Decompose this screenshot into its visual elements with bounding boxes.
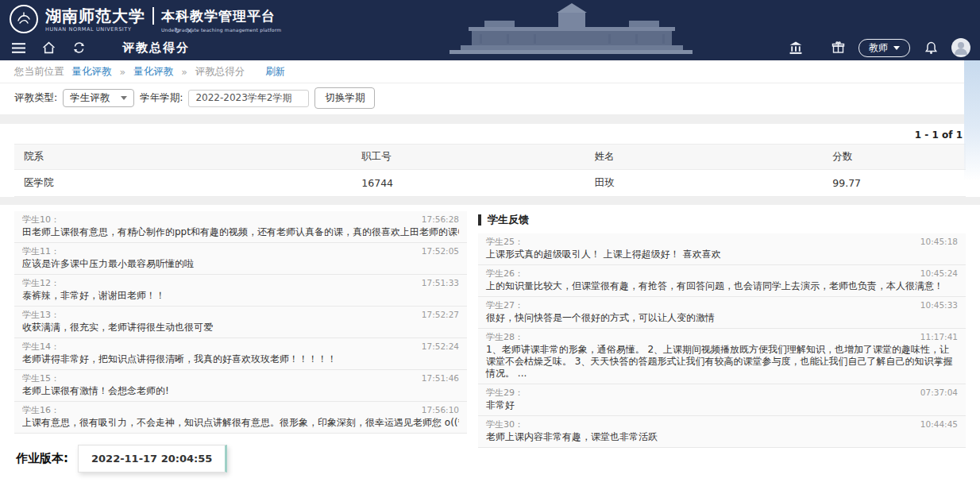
comment-list-left: 学生10：17:56:28 田老师上课很有意思，有精心制作的ppt和有趣的视频，…	[14, 211, 467, 472]
comment-item: 学生14：17:52:24 老师讲得非常好，把知识点讲得很清晰，我真的好喜欢玫玫…	[14, 338, 467, 370]
comment-text: 应该是许多课中压力最小最容易听懂的啦	[22, 258, 459, 270]
comment-item: 学生13：17:52:27 收获满满，很充实，老师讲得很生动也很可爱	[14, 307, 467, 338]
comment-item: 学生25：10:45:18 上课形式真的超级吸引人！ 上课上得超级好！ 喜欢喜欢	[478, 233, 966, 265]
comment-author: 学生27：	[486, 300, 523, 311]
comment-author: 学生25：	[486, 237, 523, 248]
comment-author: 学生30：	[486, 419, 523, 430]
app-header: 湖南师范大学 HUNAN NORMAL UNIVERSITY 本科教学管理平台 …	[0, 0, 980, 60]
breadcrumb-separator: »	[120, 66, 126, 78]
pagination-info: 1 - 1 of 1	[0, 124, 980, 144]
cell-department: 医学院	[14, 170, 352, 197]
eval-type-select[interactable]: 学生评教	[63, 89, 134, 107]
feedback-panel: 学生反馈 学生25：10:45:18 上课形式真的超级吸引人！ 上课上得超级好！…	[478, 211, 966, 448]
eval-type-label: 评教类型:	[14, 91, 57, 105]
comment-time: 10:45:33	[920, 299, 958, 310]
comment-time: 10:45:18	[920, 236, 958, 247]
section-gap	[0, 114, 980, 124]
nav-row: ↻ × 评教总得分 教师	[0, 35, 980, 60]
comment-item: 学生15：17:51:46 老师上课很有激情！会想念老师的!	[14, 370, 467, 402]
bell-icon[interactable]	[922, 39, 939, 56]
platform-name-cn: 本科教学管理平台	[161, 6, 281, 25]
breadcrumb-refresh-link[interactable]: 刷新	[265, 65, 285, 79]
comment-time: 17:56:10	[422, 404, 459, 415]
comment-text: 收获满满，很充实，老师讲得很生动也很可爱	[22, 322, 459, 334]
university-name-en: HUNAN NORMAL UNIVERSITY	[45, 26, 145, 33]
section-gap	[0, 197, 980, 205]
breadcrumb: 您当前位置 量化评教 » 量化评教 » 评教总得分 刷新	[0, 60, 980, 83]
filter-bar: 评教类型: 学生评教 学年学期: 切换学期	[0, 83, 980, 114]
brand-text: 湖南师范大学 HUNAN NORMAL UNIVERSITY 本科教学管理平台 …	[45, 6, 281, 33]
comment-text: 老师讲得非常好，把知识点讲得很清晰，我真的好喜欢玫玫老师！！！！！	[22, 353, 459, 365]
comment-item: 学生28：11:17:41 1、老师讲课非常的形象，通俗易懂。 2、上课期间视频…	[478, 329, 966, 384]
homework-version-label: 作业版本:	[16, 451, 68, 466]
home-icon[interactable]	[40, 39, 57, 56]
breadcrumb-link-quantified-eval-2[interactable]: 量化评教	[133, 65, 173, 79]
comment-author: 学生14：	[22, 341, 60, 353]
eval-type-selected-value: 学生评教	[70, 91, 110, 105]
comment-author: 学生28：	[486, 332, 523, 343]
table-header-row: 院系 职工号 姓名 分数	[14, 145, 966, 170]
comment-author: 学生15：	[22, 373, 60, 384]
comment-text: 上课有意思，很有吸引力，不会走神，知识点讲解很有意思。很形象，印象深刻，很幸运遇…	[22, 417, 459, 429]
comment-item: 学生16：17:56:10 上课有意思，很有吸引力，不会走神，知识点讲解很有意思…	[14, 402, 467, 434]
comment-author: 学生16：	[22, 405, 60, 416]
comment-time: 17:52:27	[422, 309, 459, 320]
avatar[interactable]	[951, 38, 970, 57]
university-logo	[10, 5, 38, 33]
feedback-panel-title: 学生反馈	[478, 213, 966, 227]
col-header-score: 分数	[823, 145, 966, 170]
tab-controls: ↻ ×	[174, 26, 195, 35]
comment-time: 17:52:24	[422, 341, 459, 352]
breadcrumb-separator: »	[181, 66, 187, 78]
cell-score: 99.77	[823, 170, 966, 197]
breadcrumb-link-quantified-eval-1[interactable]: 量化评教	[72, 65, 112, 79]
comment-text: 上课形式真的超级吸引人！ 上课上得超级好！ 喜欢喜欢	[486, 249, 958, 260]
refresh-sync-icon[interactable]	[70, 39, 87, 56]
caret-down-icon	[893, 46, 900, 50]
table-row[interactable]: 医学院 16744 田玫 99.77	[14, 170, 966, 197]
comment-text: 泰裤辣，非常好，谢谢田老师！！	[22, 290, 459, 302]
comment-author: 学生10：	[22, 214, 60, 226]
institution-icon[interactable]	[787, 39, 804, 56]
comment-text: 很好，快问快答是一个很好的方式，可以让人变的激情	[486, 312, 958, 324]
comment-item: 学生11：17:52:05 应该是许多课中压力最小最容易听懂的啦	[14, 243, 467, 275]
col-header-name: 姓名	[585, 145, 824, 170]
comment-item: 学生10：17:56:28 田老师上课很有意思，有精心制作的ppt和有趣的视频，…	[14, 211, 467, 243]
role-dropdown[interactable]: 教师	[858, 39, 910, 57]
comments-area: 学生10：17:56:28 田老师上课很有意思，有精心制作的ppt和有趣的视频，…	[0, 205, 980, 472]
comment-text: 老师上课很有激情！会想念老师的!	[22, 385, 459, 397]
switch-term-button[interactable]: 切换学期	[314, 87, 375, 109]
breadcrumb-prefix: 您当前位置	[14, 65, 64, 79]
comment-author: 学生11：	[22, 246, 60, 257]
term-input[interactable]	[188, 90, 309, 107]
menu-icon[interactable]	[10, 39, 27, 56]
comment-time: 11:17:41	[920, 331, 958, 342]
comment-item: 学生26：10:45:24 上的知识量比较大，但课堂很有趣，有抢答，有回答问题，…	[478, 265, 966, 297]
university-name-cn: 湖南师范大学	[45, 6, 145, 25]
comment-list-right: 学生25：10:45:18 上课形式真的超级吸引人！ 上课上得超级好！ 喜欢喜欢…	[478, 233, 966, 448]
nav-right: 教师	[787, 38, 970, 57]
title-accent-bar	[478, 214, 481, 226]
university-seal-icon	[14, 10, 33, 29]
tab-close-icon[interactable]: ×	[187, 26, 195, 35]
comment-time: 17:51:46	[422, 372, 459, 384]
page-title-wrap: ↻ × 评教总得分	[122, 40, 190, 56]
comment-time: 10:45:24	[920, 268, 958, 279]
comment-author: 学生12：	[22, 278, 60, 289]
brand: 湖南师范大学 HUNAN NORMAL UNIVERSITY 本科教学管理平台 …	[10, 5, 281, 33]
col-header-department: 院系	[14, 145, 352, 170]
comment-item: 学生12：17:51:33 泰裤辣，非常好，谢谢田老师！！	[14, 275, 467, 307]
comment-author: 学生26：	[486, 268, 523, 280]
comment-time: 07:37:04	[920, 387, 958, 398]
scores-panel: 1 - 1 of 1 院系 职工号 姓名 分数 医学院 16744 田玫 99.…	[0, 124, 980, 197]
comment-text: 老师上课内容非常有趣，课堂也非常活跃	[486, 431, 958, 443]
gift-icon[interactable]	[829, 39, 847, 56]
comment-text: 上的知识量比较大，但课堂很有趣，有抢答，有回答问题，也会请同学上去演示，老师也负…	[486, 280, 958, 292]
cell-staff-id: 16744	[352, 170, 585, 197]
chevron-down-icon	[121, 96, 127, 100]
comment-text: 田老师上课很有意思，有精心制作的ppt和有趣的视频，还有老师认真备的课，真的很喜…	[22, 226, 459, 238]
homework-version-value[interactable]: 2022-11-17 20:04:55	[78, 445, 227, 472]
role-dropdown-label: 教师	[869, 41, 888, 55]
comment-time: 17:52:05	[422, 245, 459, 256]
tab-refresh-icon[interactable]: ↻	[174, 26, 182, 35]
